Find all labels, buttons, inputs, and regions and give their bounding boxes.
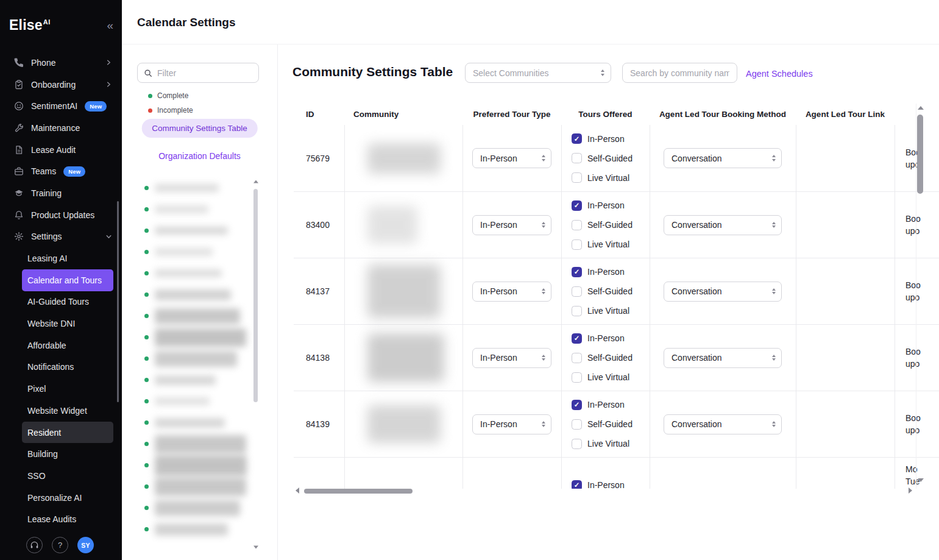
column-header-preferred-tour-type: Preferred Tour Type	[462, 110, 561, 119]
scroll-right-arrow[interactable]	[909, 487, 912, 494]
community-list-item[interactable]	[144, 412, 247, 433]
panel-scrollbar[interactable]	[253, 189, 258, 402]
sidebar-item-phone[interactable]: Phone	[0, 52, 122, 74]
sidebar-item-maintenance[interactable]: Maintenance	[0, 117, 122, 139]
checkbox-live-virtual[interactable]: Live Virtual	[572, 171, 650, 185]
sidebar-scrollbar[interactable]	[117, 201, 119, 402]
search-icon	[144, 69, 152, 77]
community-list-item[interactable]	[144, 433, 247, 455]
agent-schedules-link[interactable]: Agent Schedules	[746, 69, 813, 79]
sidebar-subitem-leasing-ai[interactable]: Leasing AI	[22, 247, 113, 269]
help-button[interactable]: ?	[52, 537, 68, 553]
sidebar-subitem-ai-guided-tours[interactable]: AI-Guided Tours	[22, 291, 113, 313]
avatar[interactable]: SY	[77, 537, 94, 553]
community-list-item[interactable]	[144, 241, 247, 263]
select-communities-dropdown[interactable]: Select Communities	[465, 63, 611, 83]
community-settings-table-button[interactable]: Community Settings Table	[141, 119, 258, 138]
preferred-tour-type-select[interactable]: In-Person	[472, 348, 551, 368]
sidebar-subitem-sso[interactable]: SSO	[22, 465, 113, 487]
checkbox-live-virtual[interactable]: Live Virtual	[572, 370, 650, 385]
community-list-item[interactable]	[144, 284, 247, 305]
scroll-down-arrow[interactable]	[918, 478, 924, 482]
checkbox-self-guided[interactable]: Self-Guided	[572, 350, 650, 365]
checkbox-live-virtual[interactable]: Live Virtual	[572, 237, 650, 252]
sidebar-item-lease-audit[interactable]: Lease Audit	[0, 139, 122, 161]
sidebar-subitem-calendar-and-tours[interactable]: Calendar and Tours	[22, 269, 113, 291]
community-list-item[interactable]	[144, 177, 247, 199]
checkbox-self-guided[interactable]: Self-Guided	[572, 417, 650, 431]
checkbox-in-person[interactable]: ✓In-Person	[572, 264, 650, 279]
checkbox-in-person[interactable]: ✓In-Person	[572, 478, 650, 489]
community-list-item[interactable]	[144, 369, 247, 391]
community-list-item[interactable]	[144, 220, 247, 241]
checkbox-live-virtual[interactable]: Live Virtual	[572, 436, 650, 451]
sidebar-item-product-updates[interactable]: Product Updates	[0, 204, 122, 226]
sidebar-subitem-website-dni[interactable]: Website DNI	[22, 313, 113, 335]
checkbox-in-person[interactable]: ✓In-Person	[572, 397, 650, 412]
scroll-up-arrow[interactable]	[918, 106, 924, 110]
cell-clipped-text: Booupo	[895, 279, 939, 303]
community-list-item[interactable]	[144, 327, 247, 348]
preferred-tour-type-select[interactable]: In-Person	[472, 414, 551, 434]
checkbox-in-person[interactable]: ✓In-Person	[572, 132, 650, 146]
community-list-item[interactable]	[144, 519, 247, 540]
booking-method-select[interactable]: Conversation	[664, 215, 782, 235]
cell-community	[344, 264, 462, 318]
complete-dot-icon	[144, 420, 149, 425]
booking-method-select[interactable]: Conversation	[664, 148, 782, 168]
sidebar-subitem-personalize-ai[interactable]: Personalize AI	[22, 487, 113, 509]
scroll-up-arrow[interactable]	[253, 180, 258, 183]
checkbox-self-guided[interactable]: Self-Guided	[572, 218, 650, 232]
table-row: 83400In-Person✓In-PersonSelf-GuidedLive …	[294, 191, 939, 258]
checkbox-in-person[interactable]: ✓In-Person	[572, 198, 650, 213]
sidebar-subitem-pixel[interactable]: Pixel	[22, 378, 113, 400]
community-list-item[interactable]	[144, 497, 247, 519]
booking-method-select[interactable]: Conversation	[664, 348, 782, 368]
community-list-item[interactable]	[144, 476, 247, 497]
sidebar-subitem-resident[interactable]: Resident	[22, 422, 113, 444]
checkbox-self-guided[interactable]: Self-Guided	[572, 151, 650, 166]
sidebar-subitem-lease-audits[interactable]: Lease Audits	[22, 508, 113, 530]
blurred-community-name	[367, 143, 441, 174]
community-list-item[interactable]	[144, 455, 247, 476]
blurred-community-name	[155, 375, 216, 385]
checkbox-box	[572, 306, 582, 316]
scroll-down-arrow[interactable]	[253, 546, 258, 549]
booking-method-select[interactable]: Conversation	[664, 414, 782, 434]
vertical-scrollbar[interactable]	[917, 115, 923, 194]
sidebar-collapse-button[interactable]: «	[107, 19, 113, 31]
preferred-tour-type-select[interactable]: In-Person	[472, 148, 551, 168]
complete-dot-icon	[144, 442, 149, 446]
community-list-item[interactable]	[144, 199, 247, 220]
filter-input[interactable]	[157, 68, 252, 78]
blurred-community-name	[155, 351, 237, 367]
sidebar-subitem-affordable[interactable]: Affordable	[22, 335, 113, 356]
booking-method-select[interactable]: Conversation	[664, 282, 782, 302]
sidebar-subitem-website-widget[interactable]: Website Widget	[22, 400, 113, 422]
sidebar-item-settings[interactable]: Settings	[0, 226, 122, 248]
cell-booking-method: Conversation	[650, 215, 796, 235]
complete-dot-icon	[144, 506, 149, 510]
sidebar-subitem-building[interactable]: Building	[22, 443, 113, 465]
checkbox-label: Live Virtual	[587, 439, 629, 448]
community-list-item[interactable]	[144, 348, 247, 369]
horizontal-scrollbar[interactable]	[304, 489, 413, 494]
blurred-community-name	[155, 308, 240, 324]
preferred-tour-type-select[interactable]: In-Person	[472, 215, 551, 235]
organization-defaults-link[interactable]: Organization Defaults	[122, 151, 277, 161]
sidebar-item-teams[interactable]: Teams New	[0, 160, 122, 182]
checkbox-live-virtual[interactable]: Live Virtual	[572, 303, 650, 318]
preferred-tour-type-select[interactable]: In-Person	[472, 282, 551, 302]
community-list-item[interactable]	[144, 263, 247, 284]
scroll-left-arrow[interactable]	[296, 487, 299, 494]
community-search-input[interactable]	[622, 63, 737, 83]
sidebar-item-training[interactable]: Training	[0, 182, 122, 204]
checkbox-self-guided[interactable]: Self-Guided	[572, 284, 650, 299]
community-list-item[interactable]	[144, 305, 247, 327]
checkbox-in-person[interactable]: ✓In-Person	[572, 331, 650, 346]
sidebar-item-sentimentai[interactable]: SentimentAI New	[0, 95, 122, 117]
support-headset-button[interactable]	[26, 537, 43, 553]
sidebar-subitem-notifications[interactable]: Notifications	[22, 356, 113, 378]
sidebar-item-onboarding[interactable]: Onboarding	[0, 74, 122, 96]
community-list-item[interactable]	[144, 391, 247, 412]
